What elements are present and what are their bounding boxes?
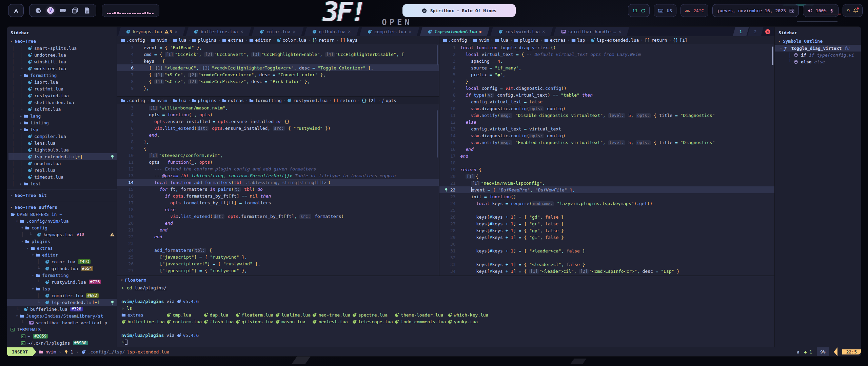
symbols-outline-header[interactable]: ▾ Symbols Outline [775, 37, 861, 45]
neotree-git-section-header[interactable]: ▸ Neo-Tree Git [7, 191, 117, 199]
terminal-listing-entry[interactable]: cmp.lua [166, 312, 204, 318]
close-all-button[interactable]: × [763, 27, 774, 36]
breadcrumb-segment[interactable]: []return [333, 98, 356, 103]
floaterm-header[interactable]: ▾ Floaterm [117, 276, 774, 284]
code-line[interactable]: 10 vim.diagnostic.config(opts: config) [439, 105, 774, 112]
weather-widget[interactable]: 24°C [680, 4, 708, 17]
code-line[interactable]: 14 vim.diagnostic.config(opts: config) [439, 132, 774, 139]
launcher-button[interactable] [8, 4, 24, 17]
code-line[interactable]: 16 if opts.formatters_by_ft[ft] == nil t… [117, 192, 439, 199]
terminal-listing-entry[interactable]: mason.lua [275, 319, 313, 324]
chevron-down-icon[interactable]: ▾ [20, 127, 22, 132]
notifications-widget[interactable]: 9 [843, 4, 863, 17]
terminal-listing-entry[interactable]: todo-comments.lua [395, 319, 448, 324]
code-line[interactable]: 8 }, [117, 138, 439, 145]
code-line[interactable]: 26 keys[#keys + 1] = { "gd", false } [439, 214, 774, 220]
neotree-buffers-section-header[interactable]: ▾ Neo-Tree Buffers [7, 203, 117, 211]
terminal-listing-entry[interactable]: floaterm.lua [236, 312, 275, 318]
code-line[interactable]: 12 --- Extend the conform plugin config … [117, 165, 439, 172]
code-line[interactable]: 3 [1]"williamboman/mason.nvim", [117, 104, 439, 111]
buffers-item-~[interactable]: ~#2859 [11, 333, 117, 340]
code-line[interactable]: 23 init = function() [439, 193, 774, 200]
chevron-down-icon[interactable]: ▾ [780, 46, 782, 50]
tab-keymaps.lua[interactable]: keymaps.lua3× [118, 27, 185, 36]
neotree-item-repl.lua[interactable]: │ │ repl.lua [12, 167, 117, 174]
tab-close-icon[interactable]: × [293, 29, 296, 34]
tab-github.lua[interactable]: github.lua× [304, 27, 359, 36]
scrollbar-thumb[interactable] [772, 46, 773, 65]
neotree-section-header[interactable]: ▾ Neo-Tree [7, 37, 117, 45]
code-line[interactable]: 15 vim.notify(msg: "Enabled diagnostics … [439, 139, 774, 146]
breadcrumb-segment[interactable]: .config [121, 98, 145, 103]
breadcrumb-segment[interactable]: formatting [249, 98, 281, 103]
breadcrumb-segment[interactable]: plugins [514, 38, 538, 43]
date-widget[interactable]: jueves, noviembre 16, 2023 [712, 4, 799, 17]
neotree-item-smart-splits.lua[interactable]: │ │ smart-splits.lua [12, 45, 117, 52]
terminal-listing-entry[interactable]: spectre.lua [352, 312, 395, 318]
chevron-down-icon[interactable]: ▾ [32, 253, 34, 257]
neotree-item-lsp-extended.[interactable]: │ │ lsp-extended.lu[+] [8, 153, 117, 160]
neotree-item-rustfmt.lua[interactable]: │ │ rustfmt.lua [12, 85, 117, 92]
volume-widget[interactable]: 100% [803, 4, 839, 17]
code-line[interactable]: 13 config.virtual_text = virtual_text [439, 125, 774, 132]
code-line[interactable]: 15 for ft, formatters in pairs(t: tbl) d… [117, 186, 439, 192]
code-line[interactable]: 6 } [439, 78, 774, 85]
workspace-firefox[interactable] [35, 7, 42, 14]
code-line[interactable]: 27 keys[#keys + 1] = { "gr", false } [439, 220, 774, 227]
neotree-item-formatting[interactable]: │ ▾formatting [12, 72, 117, 79]
tab-rustywind.lua[interactable]: rustywind.lua× [490, 27, 553, 36]
breadcrumb-segment[interactable]: extras [222, 98, 244, 103]
neotree-item-winshift.lua[interactable]: │ │ winshift.lua [12, 58, 117, 65]
chevron-down-icon[interactable]: ▾ [32, 287, 34, 291]
buffers-item-terminals[interactable]: TERMINALS [11, 326, 117, 333]
buffers-item-.config-nvim-lua[interactable]: ▾.config/nvim/lua [11, 218, 117, 224]
neotree-item-linting[interactable]: │ ▸linting [12, 119, 117, 126]
code-line[interactable]: 17end [439, 152, 774, 159]
tab-color.lua[interactable]: color.lua× [252, 27, 304, 36]
symbol-item-else[interactable]: └ elseelse [778, 58, 861, 65]
code-line[interactable]: 29 keys[#keys + 1] = { "gI", false } [439, 234, 774, 241]
buffers-item-bufferline.lua[interactable]: └ bufferline.lua#328 [11, 306, 117, 312]
code-line[interactable]: 6 { [1]"<leader>uC", [2]"<cmd>CccHighlig… [117, 64, 439, 71]
code-line[interactable]: 31 keys[#keys + 1] = { "<leader>ca", fal… [439, 247, 774, 254]
breadcrumb-segment[interactable]: []return [645, 38, 667, 43]
music-widget[interactable]: Spiritbox - Rule Of Nines [402, 4, 516, 17]
buffers-item-config[interactable]: ▾config [11, 224, 117, 231]
buffers-item-keymaps.lua[interactable]: │ └ keymaps.lua#10 [11, 231, 117, 238]
code-line[interactable]: 21 end [117, 226, 439, 233]
chevron-down-icon[interactable]: ▾ [16, 219, 18, 223]
code-line[interactable]: 21 [1]"neovim/nvim-lspconfig", [439, 180, 774, 186]
code-line[interactable]: 7 local config = vim.diagnostic.config() [439, 85, 774, 92]
chevron-down-icon[interactable]: ▾ [16, 314, 18, 318]
code-line[interactable]: 17 opts.formatters_by_ft[ft] = formatter… [117, 199, 439, 206]
tab-page-1[interactable]: 1 [733, 27, 749, 36]
breadcrumb-segment[interactable]: nvim [151, 38, 167, 43]
symbol-item-toggle_diag_virtext[interactable]: ▾ƒtoggle_diag_virtextfu [775, 45, 861, 52]
code-line[interactable]: 12 else [439, 119, 774, 125]
breadcrumb-segment[interactable]: lsp-extended.lua [591, 38, 639, 43]
breadcrumb-segment[interactable]: editor [249, 38, 271, 43]
workspace-windows[interactable] [72, 7, 78, 14]
terminal-listing-entry[interactable]: gitsigns.lua [236, 319, 275, 324]
neotree-item-lang[interactable]: │ ▸lang [12, 113, 117, 119]
code-line[interactable]: 4 source = "if_many", [439, 64, 774, 71]
terminal-listing-entry[interactable]: conform.lua [166, 319, 204, 324]
tab-close-icon[interactable]: × [409, 29, 411, 34]
chevron-down-icon[interactable]: ▾ [20, 73, 22, 78]
breadcrumb-segment[interactable]: []keys [340, 38, 357, 43]
workspace-neovim-active[interactable]: V [47, 7, 54, 14]
breadcrumb-segment[interactable]: {}[1] [673, 38, 687, 43]
breadcrumb-segment[interactable]: plugins [192, 98, 216, 103]
terminal-listing-entry[interactable]: dap.lua [204, 312, 236, 318]
terminal-listing-entry[interactable]: theme-loader.lua [395, 312, 448, 318]
code-line[interactable]: 33 keys[#keys + 1] = { "<leader>cl", fal… [439, 261, 774, 268]
code-line[interactable]: 9 { [117, 145, 439, 152]
neotree-item-compiler.lua[interactable]: │ │ compiler.lua [12, 133, 117, 140]
tab-lsp-extended.lua[interactable]: lsp-extended.lua● [420, 27, 490, 36]
breadcrumb-segment[interactable]: lua [173, 38, 186, 43]
breadcrumb-segment[interactable]: nvim [473, 38, 489, 43]
terminal-listing-entry[interactable]: which-key.lua [448, 312, 489, 318]
buffers-item-lsp[interactable]: ▾lsp [11, 285, 117, 292]
tab-close-icon[interactable]: × [240, 29, 243, 34]
code-line[interactable]: 9 }, [117, 85, 439, 92]
